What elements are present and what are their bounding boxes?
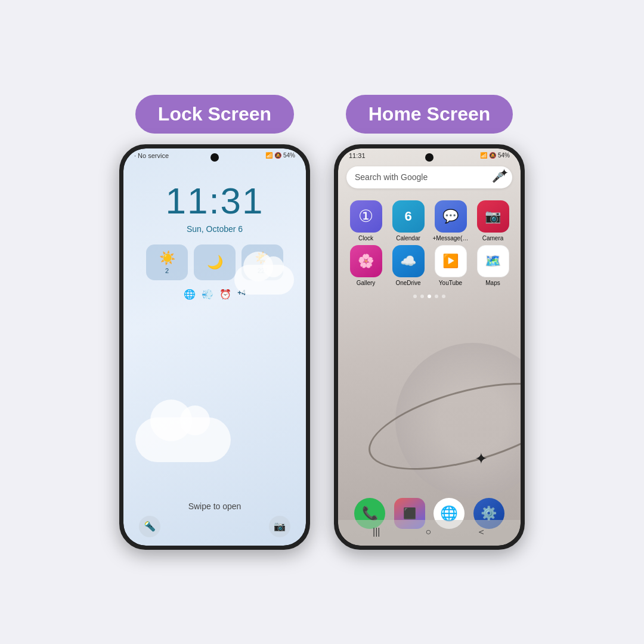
dot-1 <box>413 295 417 298</box>
lock-bottom-icons: 🔦 📷 <box>123 516 306 537</box>
nav-home[interactable]: ○ <box>417 524 439 540</box>
gallery-icon: 🌸 <box>350 245 382 277</box>
calendar-icon: 6 <box>392 200 425 233</box>
camera-icon: 📷 <box>477 200 509 233</box>
maps-icon: 🗺️ <box>477 245 509 277</box>
nav-recent[interactable]: ||| <box>364 524 388 540</box>
lock-date: Sun, October 6 <box>123 224 306 234</box>
dot-2 <box>420 295 424 298</box>
clock-label: Clock <box>358 235 373 242</box>
camera-shortcut-button[interactable]: 📷 <box>269 516 290 537</box>
gallery-label: Gallery <box>357 280 376 286</box>
home-screen-bg: ✦ ✦ ✦ 11:31 📶 🔕 54% Search with Google 🎤 <box>338 148 521 546</box>
app-camera[interactable]: 📷 Camera <box>473 200 512 242</box>
home-camera-cutout <box>425 153 434 162</box>
nav-back[interactable]: ＜ <box>468 524 494 541</box>
lock-time: 11:31 <box>123 179 306 222</box>
search-bar[interactable]: Search with Google 🎤 <box>346 166 512 188</box>
home-status-bar: 11:31 📶 🔕 54% <box>338 148 521 162</box>
widget-uv: ☀️ 2 <box>146 244 188 280</box>
camera-cutout <box>210 153 219 162</box>
cloud-bottom-left <box>135 417 231 462</box>
youtube-icon: ▶️ <box>435 245 467 277</box>
onedrive-label: OneDrive <box>395 280 420 286</box>
message-label: +Message(SM... <box>433 235 469 242</box>
calendar-label: Calendar <box>396 235 420 242</box>
lock-screen-section: Lock Screen · No service 📶 🔕 54% 11:31 S… <box>119 95 310 550</box>
app-gallery[interactable]: 🌸 Gallery <box>346 245 385 286</box>
home-nav-bar: ||| ○ ＜ <box>338 520 521 546</box>
widget-moon: 🌙 <box>194 244 236 280</box>
home-screen-phone: ✦ ✦ ✦ 11:31 📶 🔕 54% Search with Google 🎤 <box>334 144 525 550</box>
dot-5 <box>442 295 445 298</box>
swipe-to-open-text: Swipe to open <box>123 501 306 511</box>
app-onedrive[interactable]: ☁️ OneDrive <box>389 245 428 286</box>
camera-label: Camera <box>482 235 504 242</box>
onedrive-icon: ☁️ <box>392 245 425 277</box>
app-youtube[interactable]: ▶️ YouTube <box>431 245 470 286</box>
home-status-left: 11:31 <box>349 152 366 159</box>
dot-4 <box>435 295 438 298</box>
home-screen-label: Home Screen <box>346 95 513 134</box>
maps-label: Maps <box>485 280 500 286</box>
app-message[interactable]: 💬 +Message(SM... <box>431 200 470 242</box>
youtube-label: YouTube <box>439 280 462 286</box>
clock-icon: ① <box>350 200 382 233</box>
app-maps[interactable]: 🗺️ Maps <box>473 245 512 286</box>
lock-status-bar: · No service 📶 🔕 54% <box>123 148 306 162</box>
lock-screen-phone: · No service 📶 🔕 54% 11:31 Sun, October … <box>119 144 310 550</box>
cloud-top-right <box>234 265 294 295</box>
lock-status-right: 📶 🔕 54% <box>265 152 295 159</box>
page-dots <box>338 295 521 298</box>
dot-3-active <box>428 295 431 298</box>
message-icon: 💬 <box>435 200 467 233</box>
sparkle-bottom: ✦ <box>475 450 488 468</box>
lock-screen-bg: · No service 📶 🔕 54% 11:31 Sun, October … <box>123 148 306 546</box>
lock-screen-label: Lock Screen <box>135 95 294 134</box>
flashlight-button[interactable]: 🔦 <box>139 516 160 537</box>
app-calendar[interactable]: 6 Calendar <box>389 200 428 242</box>
home-screen-section: Home Screen ✦ ✦ ✦ 11:31 📶 🔕 54% <box>334 95 525 550</box>
sparkle-top: ✦ <box>500 166 509 179</box>
search-placeholder: Search with Google <box>355 172 487 182</box>
app-clock[interactable]: ① Clock <box>346 200 385 242</box>
home-status-right: 📶 🔕 54% <box>480 152 510 159</box>
app-grid: ① Clock 6 Calendar 💬 +Message(SM... <box>338 197 521 290</box>
lock-status-left: · No service <box>134 152 169 159</box>
